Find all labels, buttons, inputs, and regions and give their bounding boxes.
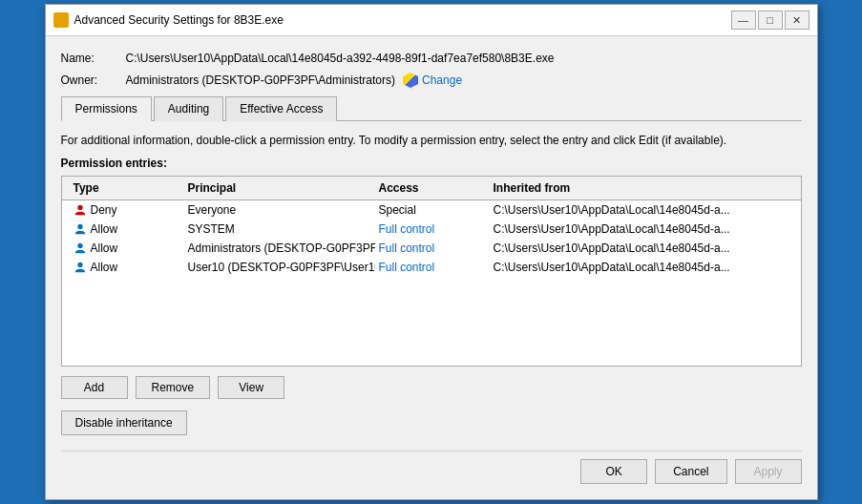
table-body: DenyEveryoneSpecialC:\Users\User10\AppDa… bbox=[62, 200, 801, 353]
tab-effective-access[interactable]: Effective Access bbox=[225, 96, 337, 121]
ok-button[interactable]: OK bbox=[580, 459, 647, 484]
svg-point-2 bbox=[77, 243, 82, 248]
cancel-button[interactable]: Cancel bbox=[655, 459, 726, 484]
tab-auditing[interactable]: Auditing bbox=[154, 96, 223, 121]
col-principal: Principal bbox=[184, 179, 375, 197]
add-button[interactable]: Add bbox=[61, 376, 128, 399]
svg-point-0 bbox=[77, 205, 82, 210]
dialog-content: Name: C:\Users\User10\AppData\Local\14e8… bbox=[46, 36, 817, 499]
remove-button[interactable]: Remove bbox=[136, 376, 211, 399]
table-row[interactable]: AllowAdministrators (DESKTOP-G0PF3PF\Adm… bbox=[62, 239, 801, 258]
table-row[interactable]: DenyEveryoneSpecialC:\Users\User10\AppDa… bbox=[62, 200, 801, 220]
maximize-button[interactable]: □ bbox=[758, 10, 783, 30]
tab-permissions[interactable]: Permissions bbox=[61, 96, 152, 121]
view-button[interactable]: View bbox=[218, 376, 284, 399]
svg-point-1 bbox=[77, 224, 82, 229]
title-bar: Advanced Security Settings for 8B3E.exe … bbox=[46, 5, 817, 36]
disable-inheritance-button[interactable]: Disable inheritance bbox=[61, 410, 187, 435]
col-access: Access bbox=[375, 179, 490, 197]
allow-user-icon bbox=[74, 261, 87, 274]
minimize-button[interactable]: — bbox=[731, 10, 756, 30]
table-row[interactable]: AllowUser10 (DESKTOP-G0PF3PF\User10)Full… bbox=[62, 258, 801, 277]
name-label: Name: bbox=[61, 52, 118, 65]
window-title: Advanced Security Settings for 8B3E.exe bbox=[74, 13, 725, 27]
deny-user-icon bbox=[74, 203, 87, 217]
col-inherited: Inherited from bbox=[490, 179, 793, 197]
close-button[interactable]: ✕ bbox=[785, 10, 809, 30]
action-buttons: Add Remove View bbox=[61, 376, 802, 399]
shield-icon bbox=[403, 73, 418, 88]
table-row[interactable]: AllowSYSTEMFull controlC:\Users\User10\A… bbox=[62, 220, 801, 239]
window-controls: — □ ✕ bbox=[731, 10, 809, 30]
owner-value: Administrators (DESKTOP-G0PF3PF\Administ… bbox=[126, 74, 396, 87]
allow-user-icon bbox=[74, 242, 87, 255]
allow-user-icon bbox=[74, 222, 87, 236]
owner-label: Owner: bbox=[61, 74, 118, 87]
name-row: Name: C:\Users\User10\AppData\Local\14e8… bbox=[61, 52, 802, 65]
svg-point-3 bbox=[77, 262, 82, 267]
owner-row: Owner: Administrators (DESKTOP-G0PF3PF\A… bbox=[61, 73, 802, 88]
window-icon bbox=[53, 12, 69, 28]
change-link[interactable]: Change bbox=[403, 73, 462, 88]
tab-bar: Permissions Auditing Effective Access bbox=[61, 95, 802, 121]
table-header: Type Principal Access Inherited from bbox=[62, 177, 801, 200]
name-value: C:\Users\User10\AppData\Local\14e8045d-a… bbox=[126, 52, 555, 65]
main-window: Advanced Security Settings for 8B3E.exe … bbox=[45, 4, 818, 500]
section-label: Permission entries: bbox=[61, 157, 802, 170]
permission-table: Type Principal Access Inherited from Den… bbox=[61, 176, 802, 367]
info-text: For additional information, double-click… bbox=[61, 133, 802, 149]
col-type: Type bbox=[70, 179, 184, 197]
dialog-footer: OK Cancel Apply bbox=[61, 451, 802, 484]
apply-button[interactable]: Apply bbox=[735, 459, 802, 484]
